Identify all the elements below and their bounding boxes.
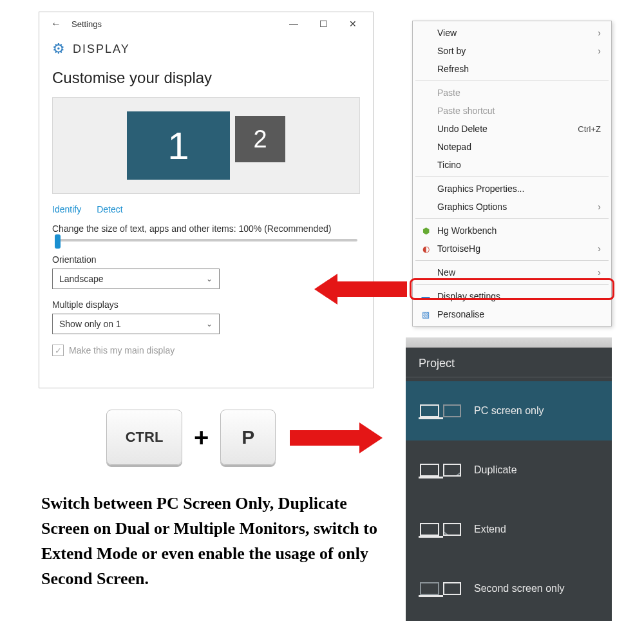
menu-new[interactable]: New ›: [414, 263, 610, 281]
orientation-label: Orientation: [52, 254, 360, 265]
menu-tortoisehg[interactable]: ◐ TortoiseHg ›: [414, 240, 610, 258]
ctrl-key: CTRL: [106, 410, 182, 465]
chevron-down-icon: ⌄: [206, 319, 213, 328]
duplicate-icon: [420, 464, 461, 477]
gear-icon: ⚙: [52, 41, 65, 57]
multiple-displays-select[interactable]: Show only on 1 ⌄: [52, 314, 220, 334]
tortoise-icon: ◐: [421, 243, 431, 254]
menu-graphics-opts-label: Graphics Options: [437, 202, 507, 212]
slider-thumb[interactable]: [55, 234, 61, 249]
maximize-icon[interactable]: ☐: [308, 12, 338, 35]
project-extend-label: Extend: [474, 524, 506, 535]
project-pc-screen-only[interactable]: PC screen only: [406, 381, 612, 440]
menu-undo-label: Undo Delete: [437, 124, 488, 134]
plus-icon: +: [194, 423, 209, 452]
main-display-checkbox-row: ✓ Make this my main display: [52, 345, 360, 356]
menu-paste: Paste: [414, 84, 610, 102]
section-title: Customise your display: [52, 69, 360, 87]
menu-separator: [415, 218, 609, 219]
settings-window: ← Settings — ☐ ✕ ⚙ DISPLAY Customise you…: [39, 12, 374, 388]
menu-separator: [415, 260, 609, 261]
window-title: Settings: [68, 19, 102, 29]
multiple-displays-value: Show only on 1: [59, 319, 121, 329]
chevron-right-icon: ›: [598, 28, 601, 38]
keys-row: CTRL + P: [106, 410, 276, 465]
display-icon: ▬: [421, 291, 431, 301]
menu-personalise[interactable]: ▧ Personalise: [414, 305, 610, 323]
menu-separator: [415, 284, 609, 285]
back-icon[interactable]: ←: [44, 18, 68, 30]
menu-refresh-label: Refresh: [437, 64, 469, 74]
minimize-icon[interactable]: —: [279, 12, 308, 35]
project-second-only[interactable]: Second screen only: [406, 559, 612, 618]
menu-graphics-options[interactable]: Graphics Options ›: [414, 198, 610, 216]
menu-undo-delete[interactable]: Undo Delete Ctrl+Z: [414, 120, 610, 138]
menu-separator: [415, 80, 609, 81]
menu-separator: [415, 176, 609, 177]
extend-icon: [420, 523, 461, 536]
menu-hg-label: Hg Workbench: [437, 225, 497, 236]
hg-icon: ⬢: [421, 225, 431, 236]
project-topbar: [406, 337, 612, 348]
menu-ticino[interactable]: Ticino: [414, 156, 610, 174]
menu-new-label: New: [437, 267, 455, 278]
monitor-1[interactable]: 1: [127, 111, 230, 180]
checkbox-icon[interactable]: ✓: [52, 345, 64, 356]
menu-paste-shortcut: Paste shortcut: [414, 102, 610, 120]
menu-undo-shortcut: Ctrl+Z: [578, 124, 601, 134]
menu-refresh[interactable]: Refresh: [414, 60, 610, 78]
project-pc-only-label: PC screen only: [474, 405, 544, 417]
pc-only-icon: [420, 404, 461, 417]
menu-notepad[interactable]: Notepad: [414, 138, 610, 156]
menu-view-label: View: [437, 28, 457, 38]
scale-slider[interactable]: [55, 239, 357, 242]
context-menu: View › Sort by › Refresh Paste Paste sho…: [412, 21, 612, 327]
menu-hg-workbench[interactable]: ⬢ Hg Workbench: [414, 222, 610, 240]
p-key: P: [220, 410, 276, 465]
detect-link[interactable]: Detect: [97, 204, 122, 214]
second-only-icon: [420, 582, 461, 595]
identify-detect-row: Identify Detect: [52, 204, 360, 214]
project-duplicate-label: Duplicate: [474, 464, 517, 476]
header-text: DISPLAY: [73, 43, 130, 56]
menu-view[interactable]: View ›: [414, 24, 610, 42]
menu-personalise-label: Personalise: [437, 309, 484, 319]
orientation-select[interactable]: Landscape ⌄: [52, 269, 220, 289]
chevron-right-icon: ›: [598, 243, 601, 254]
orientation-value: Landscape: [59, 274, 104, 284]
scale-label: Change the size of text, apps and other …: [52, 223, 360, 234]
monitor-preview[interactable]: 1 2: [52, 97, 360, 194]
settings-body: ⚙ DISPLAY Customise your display 1 2 Ide…: [39, 35, 373, 361]
menu-sort-by[interactable]: Sort by ›: [414, 42, 610, 60]
menu-sort-label: Sort by: [437, 46, 466, 56]
project-duplicate[interactable]: Duplicate: [406, 440, 612, 500]
chevron-right-icon: ›: [598, 202, 601, 212]
caption-text: Switch between PC Screen Only, Duplicate…: [41, 491, 389, 591]
close-icon[interactable]: ✕: [338, 12, 368, 35]
display-header: ⚙ DISPLAY: [52, 41, 360, 57]
identify-link[interactable]: Identify: [52, 204, 81, 214]
project-extend[interactable]: Extend: [406, 500, 612, 559]
personalise-icon: ▧: [421, 309, 431, 319]
menu-ticino-label: Ticino: [437, 160, 461, 170]
project-panel: Project PC screen only Duplicate Extend …: [406, 337, 612, 621]
chevron-down-icon: ⌄: [206, 274, 213, 283]
menu-display-settings[interactable]: ▬ Display settings: [414, 287, 610, 305]
project-second-only-label: Second screen only: [474, 583, 565, 594]
project-separator: [406, 377, 612, 377]
menu-display-settings-label: Display settings: [437, 291, 500, 301]
monitor-2[interactable]: 2: [235, 116, 285, 162]
menu-tortoise-label: TortoiseHg: [437, 243, 480, 254]
menu-paste-label: Paste: [437, 88, 460, 98]
project-title: Project: [406, 348, 612, 375]
menu-paste-shortcut-label: Paste shortcut: [437, 106, 495, 116]
chevron-right-icon: ›: [598, 267, 601, 278]
titlebar: ← Settings — ☐ ✕: [39, 12, 373, 35]
main-display-label: Make this my main display: [69, 345, 175, 355]
menu-graphics-props-label: Graphics Properties...: [437, 184, 524, 194]
chevron-right-icon: ›: [598, 46, 601, 56]
menu-graphics-properties[interactable]: Graphics Properties...: [414, 180, 610, 198]
window-controls: — ☐ ✕: [279, 12, 368, 35]
menu-notepad-label: Notepad: [437, 142, 471, 152]
